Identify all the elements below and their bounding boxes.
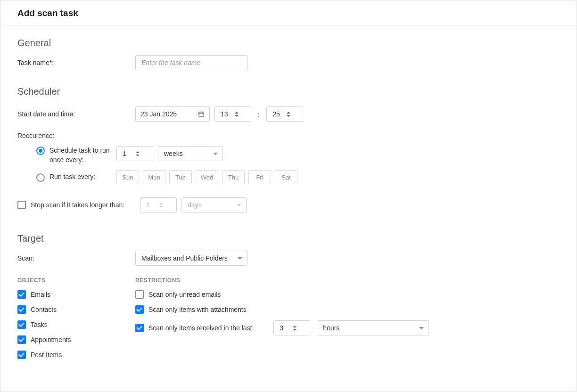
day-chips: Sun Mon Tue Wed Thu Fri Sat — [116, 170, 297, 184]
stop-value: 1 — [140, 201, 158, 209]
stop-scan-checkbox[interactable] — [17, 201, 26, 209]
chevron-down-icon[interactable] — [287, 115, 290, 117]
start-date-label: Start date and time: — [17, 110, 135, 118]
checkbox-scan-received[interactable] — [135, 324, 144, 332]
svg-rect-0 — [199, 112, 204, 116]
page-header: Add scan task — [0, 0, 577, 25]
received-value-input[interactable]: 3 — [273, 320, 310, 335]
received-unit-value: hours — [323, 324, 339, 332]
time-colon: : — [256, 110, 262, 118]
radio-schedule-once[interactable] — [36, 147, 45, 155]
chevron-up-icon[interactable] — [287, 112, 290, 114]
chevron-up-icon[interactable] — [159, 203, 163, 204]
received-value: 3 — [274, 324, 292, 332]
start-date-value: 23 Jan 2025 — [140, 110, 177, 118]
day-chip-mon[interactable]: Mon — [143, 170, 165, 184]
chevron-down-icon — [238, 257, 242, 260]
minute-value: 25 — [267, 110, 286, 118]
schedule-unit-value: weeks — [164, 150, 183, 157]
checkbox-post-items[interactable] — [17, 351, 26, 359]
chevron-down-icon — [237, 204, 241, 206]
chevron-down-icon[interactable] — [293, 329, 297, 331]
checkbox-tasks[interactable] — [17, 320, 26, 329]
radio-run-every-label: Run task every: — [49, 172, 95, 182]
restriction-attachments-label: Scan only items with attachments — [148, 306, 247, 313]
stop-scan-label: Stop scan if it takes longer than: — [31, 201, 124, 209]
schedule-interval-value: 1 — [117, 150, 135, 157]
radio-schedule-once-label: Schedule task to run once every: — [49, 146, 116, 164]
section-title-general: General — [17, 38, 560, 49]
scan-target-value: Mailboxes and Public Folders — [141, 254, 228, 262]
radio-run-every[interactable] — [36, 173, 45, 182]
chevron-down-icon[interactable] — [235, 115, 239, 117]
restrictions-heading: RESTRICTIONS — [135, 277, 560, 284]
checkbox-scan-attachments[interactable] — [135, 305, 144, 314]
object-label-appointments: Appointments — [31, 336, 71, 343]
chevron-down-icon — [213, 153, 218, 155]
objects-heading: OBJECTS — [17, 277, 135, 284]
page-title: Add scan task — [17, 8, 560, 18]
task-name-label: Task name*: — [17, 59, 135, 66]
checkbox-emails[interactable] — [17, 290, 26, 299]
day-chip-wed[interactable]: Wed — [196, 170, 218, 184]
object-label-tasks: Tasks — [31, 321, 48, 328]
day-chip-tue[interactable]: Tue — [169, 170, 192, 184]
schedule-unit-select[interactable]: weeks — [158, 146, 223, 161]
chevron-up-icon[interactable] — [136, 151, 140, 153]
task-name-input[interactable] — [135, 55, 247, 70]
scan-target-select[interactable]: Mailboxes and Public Folders — [135, 251, 247, 266]
recurrence-label: Reccurence: — [17, 132, 560, 139]
object-label-post-items: Post Items — [31, 351, 62, 359]
restriction-unread-label: Scan only unread emails — [148, 291, 221, 298]
day-chip-thu[interactable]: Thu — [222, 170, 245, 184]
minute-input[interactable]: 25 — [266, 106, 303, 122]
day-chip-fri[interactable]: Fri — [248, 170, 271, 184]
checkbox-scan-unread[interactable] — [135, 290, 144, 299]
chevron-down-icon[interactable] — [159, 206, 163, 208]
day-chip-sun[interactable]: Sun — [116, 170, 139, 184]
schedule-interval-input[interactable]: 1 — [116, 146, 153, 161]
stop-unit-value: days — [188, 201, 202, 209]
checkbox-contacts[interactable] — [17, 305, 26, 314]
section-title-scheduler: Scheduler — [17, 86, 560, 97]
hour-value: 13 — [215, 110, 234, 118]
chevron-up-icon[interactable] — [293, 326, 297, 327]
stop-unit-select[interactable]: days — [181, 197, 247, 212]
checkbox-appointments[interactable] — [17, 335, 26, 344]
calendar-icon — [198, 111, 205, 117]
section-title-target: Target — [17, 233, 560, 244]
received-unit-select[interactable]: hours — [317, 320, 429, 335]
chevron-up-icon[interactable] — [235, 112, 239, 114]
chevron-down-icon — [419, 327, 424, 329]
restriction-received-label: Scan only items received in the last: — [148, 324, 254, 332]
scan-label: Scan: — [17, 254, 135, 262]
hour-input[interactable]: 13 — [214, 106, 251, 122]
object-label-contacts: Contacts — [31, 306, 57, 313]
day-chip-sat[interactable]: Sat — [275, 170, 297, 184]
object-label-emails: Emails — [31, 291, 50, 298]
stop-value-input[interactable]: 1 — [140, 197, 177, 212]
start-date-input[interactable]: 23 Jan 2025 — [135, 106, 210, 122]
chevron-down-icon[interactable] — [136, 155, 140, 156]
